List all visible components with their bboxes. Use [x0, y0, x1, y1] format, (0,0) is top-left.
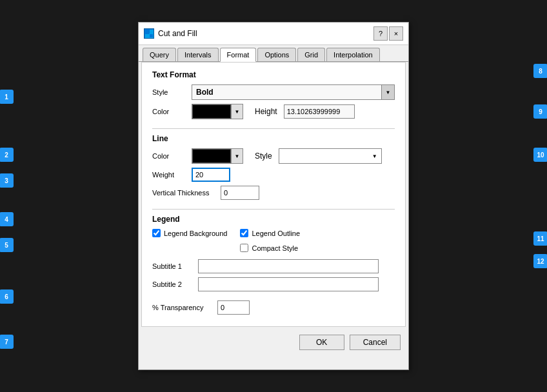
help-button[interactable]: ?	[373, 26, 388, 41]
dialog-title: Cut and Fill	[158, 29, 197, 38]
color-height-row: Color ▼ Height	[152, 104, 395, 119]
vertical-thickness-input[interactable]	[221, 186, 259, 200]
format-content: Text Format Style Bold ▼ Color ▼ Height	[141, 62, 406, 327]
text-color-swatch	[192, 104, 231, 119]
text-format-section: Text Format Style Bold ▼ Color ▼ Height	[152, 70, 395, 119]
annotation-12: 12	[533, 254, 547, 268]
subtitle2-row: Subtitle 2	[152, 277, 395, 291]
line-color-dropdown[interactable]: ▼	[192, 148, 243, 164]
height-input[interactable]	[284, 104, 355, 119]
style-dropdown[interactable]: Bold ▼	[192, 84, 395, 100]
legend-background-row: Legend Background	[152, 229, 227, 237]
compact-style-label: Compact Style	[252, 244, 298, 252]
tab-bar: Query Intervals Format Options Grid Inte…	[139, 45, 408, 62]
line-color-arrow: ▼	[231, 149, 243, 163]
vertical-thickness-row: Vertical Thickness	[152, 186, 395, 200]
annotation-6: 6	[0, 289, 14, 304]
weight-label: Weight	[152, 171, 188, 179]
tab-query[interactable]: Query	[143, 48, 176, 61]
svg-rect-2	[145, 34, 148, 37]
cut-and-fill-dialog: Cut and Fill ? × Query Intervals Format …	[138, 22, 409, 370]
legend-background-label: Legend Background	[164, 230, 227, 237]
annotation-3: 3	[0, 173, 14, 188]
vertical-thickness-label: Vertical Thickness	[152, 189, 217, 197]
dialog-icon	[144, 28, 154, 39]
annotation-1: 1	[0, 90, 14, 104]
tab-grid[interactable]: Grid	[297, 48, 325, 61]
svg-rect-1	[150, 30, 153, 33]
annotation-8: 8	[533, 64, 547, 78]
legend-checkboxes: Legend Background Legend Outline Compact…	[152, 229, 395, 255]
color-label: Color	[152, 108, 188, 115]
line-title: Line	[152, 134, 395, 143]
annotation-11: 11	[533, 231, 547, 246]
line-color-style-row: Color ▼ Style ▼	[152, 148, 395, 164]
ok-button[interactable]: OK	[299, 335, 344, 350]
style-row: Style Bold ▼	[152, 84, 395, 100]
svg-rect-3	[150, 34, 153, 37]
subtitle1-row: Subtitle 1	[152, 259, 395, 273]
svg-rect-0	[145, 30, 148, 33]
compact-style-row: Compact Style	[240, 244, 300, 252]
legend-outline-row: Legend Outline	[240, 229, 300, 237]
subtitle1-input[interactable]	[198, 259, 379, 273]
annotation-5: 5	[0, 238, 14, 252]
line-color-swatch	[192, 149, 231, 163]
annotation-10: 10	[533, 148, 547, 162]
text-color-arrow: ▼	[231, 104, 243, 119]
tab-intervals[interactable]: Intervals	[177, 48, 219, 61]
tab-format[interactable]: Format	[220, 48, 257, 62]
transparency-label: % Transparency	[152, 304, 214, 311]
close-button[interactable]: ×	[389, 26, 403, 41]
cancel-button[interactable]: Cancel	[350, 335, 401, 350]
height-label: Height	[255, 107, 277, 116]
subtitle2-label: Subtitle 2	[152, 280, 194, 288]
line-style-arrow: ▼	[372, 153, 377, 159]
text-format-title: Text Format	[152, 70, 395, 79]
annotation-4: 4	[0, 212, 14, 226]
legend-section: Legend Legend Background Legend Outline	[152, 215, 395, 291]
weight-row: Weight	[152, 168, 395, 182]
weight-input[interactable]	[192, 168, 230, 182]
tab-options[interactable]: Options	[257, 48, 296, 61]
subtitle1-label: Subtitle 1	[152, 262, 194, 270]
legend-background-checkbox[interactable]	[152, 229, 161, 237]
compact-style-checkbox[interactable]	[240, 244, 248, 252]
line-style-dropdown[interactable]: ▼	[279, 148, 382, 164]
annotation-2: 2	[0, 148, 14, 162]
line-style-label: Style	[255, 152, 272, 161]
legend-outline-label: Legend Outline	[252, 230, 300, 237]
line-section: Line Color ▼ Style ▼ Weight	[152, 134, 395, 200]
transparency-input[interactable]	[217, 300, 250, 315]
annotation-7: 7	[0, 335, 14, 349]
text-color-dropdown[interactable]: ▼	[192, 104, 243, 119]
subtitle2-input[interactable]	[198, 277, 379, 291]
line-color-label: Color	[152, 152, 188, 160]
legend-outline-checkbox[interactable]	[240, 229, 248, 237]
legend-title: Legend	[152, 215, 395, 224]
dialog-footer: OK Cancel	[139, 329, 408, 355]
style-label: Style	[152, 88, 188, 96]
style-value: Bold	[196, 88, 214, 97]
annotation-9: 9	[533, 104, 547, 119]
tab-interpolation[interactable]: Interpolation	[326, 48, 380, 61]
transparency-row: % Transparency	[152, 300, 395, 315]
title-bar: Cut and Fill ? ×	[139, 23, 408, 45]
style-dropdown-arrow: ▼	[381, 85, 394, 99]
